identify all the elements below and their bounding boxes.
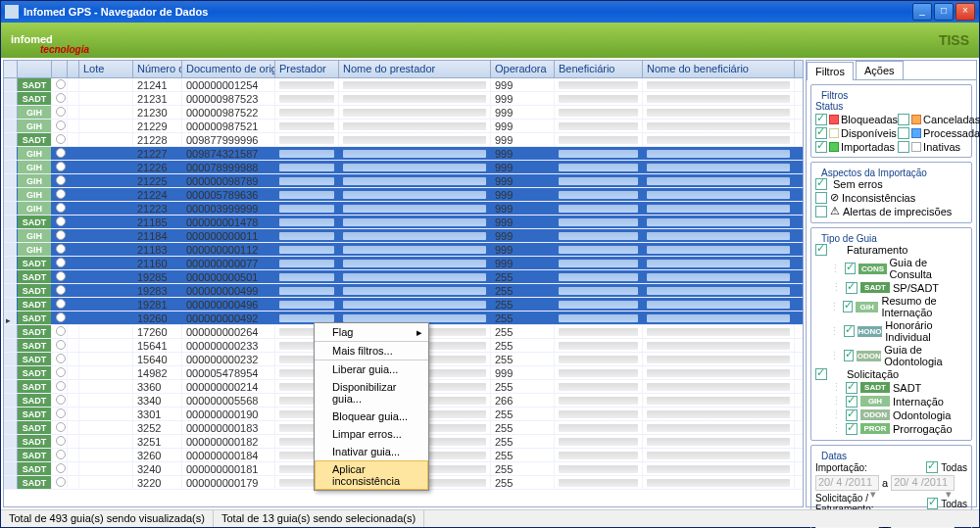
checkbox[interactable] [815,368,827,380]
table-row[interactable]: GIH21227009874321587999 [4,147,803,161]
checkbox[interactable] [843,301,853,312]
date-imp-to[interactable]: 20/ 4 /2011▾ [891,475,955,491]
flag-icon [56,285,66,295]
row-tag: SADT [18,462,52,475]
tipo-tag: GIH [856,302,879,312]
row-tag: GIH [18,202,52,215]
checkbox[interactable] [815,178,827,190]
table-row[interactable]: GIH21229000000987521999 [4,120,803,133]
table-row[interactable]: SADT19281000000000496255 [4,298,803,312]
date-imp-from[interactable]: 20/ 4 /2011▾ [815,475,879,491]
status-icon [829,115,839,124]
checkbox[interactable] [815,244,827,256]
grid-header[interactable]: Lote Número da guia Documento de origem … [4,61,803,78]
aspect-icon: ⚠ [830,205,840,217]
maximize-button[interactable]: □ [934,3,954,21]
table-row[interactable]: GIH21183000000000112999 [4,243,803,257]
tipo-tag: HONO [858,326,883,337]
flag-icon [56,230,66,240]
status-icon [911,142,921,152]
minimize-button[interactable]: _ [912,3,932,21]
table-row[interactable]: GIH21230000000987522999 [4,106,803,120]
checkbox[interactable] [844,350,854,361]
flag-icon [56,258,66,267]
menu-item[interactable]: Disponibilizar guia... [315,378,428,408]
checkbox[interactable] [846,282,858,294]
row-tag: GIH [18,174,52,187]
menu-item[interactable]: Inativar guia... [315,443,428,460]
logo: infomed tecnologia [11,25,89,55]
checkbox[interactable] [898,127,909,139]
side-panel: Filtros Ações Filtros Status BloqueadasC… [806,60,977,507]
table-row[interactable]: GIH21223000003999999999 [4,202,803,216]
table-row[interactable]: SADT21231000000987523999 [4,92,803,106]
row-tag: SADT [18,408,52,420]
checkbox[interactable] [898,114,909,125]
flag-icon [56,134,66,144]
checkbox[interactable] [845,263,856,274]
table-row[interactable]: SADT21241000000001254999 [4,78,803,92]
close-button[interactable]: × [956,3,975,21]
checkbox[interactable] [898,141,909,153]
checkbox[interactable] [846,396,858,408]
checkbox[interactable] [815,141,827,153]
flag-icon [56,162,66,171]
table-row[interactable]: GIH21184000000000011999 [4,229,803,243]
aspect-icon: ⊘ [830,191,839,204]
table-row[interactable]: GIH21225000000098789999 [4,174,803,188]
row-tag: SADT [18,92,52,105]
row-tag: SADT [18,298,52,311]
table-row[interactable]: SADT21228009877999996999 [4,133,803,147]
checkbox[interactable] [815,206,827,217]
tab-acoes[interactable]: Ações [856,61,904,79]
menu-item[interactable]: Aplicar inconsistência [315,460,428,490]
row-tag: SADT [18,394,52,407]
status-icon [911,115,921,124]
flag-icon [56,244,66,254]
tipo-tag: SADT [860,382,890,393]
checkbox-todas-sol[interactable] [927,498,939,509]
menu-item[interactable]: Mais filtros... [315,342,428,360]
flag-icon [56,450,66,459]
tipo-tag: SADT [860,282,890,293]
checkbox-todas-imp[interactable] [926,461,938,473]
flag-icon [56,395,66,405]
checkbox[interactable] [846,409,858,421]
checkbox[interactable] [815,114,827,125]
row-tag: SADT [18,284,52,297]
row-tag: GIH [18,147,52,160]
menu-item[interactable]: Liberar guia... [315,360,428,378]
table-row[interactable]: SADT21160000000000077999 [4,257,803,270]
tab-filtros[interactable]: Filtros [807,62,854,80]
row-tag: GIH [18,120,52,132]
table-row[interactable]: GIH21226000078999988999 [4,161,803,174]
flag-icon [56,340,66,350]
tipo-tag: GIH [860,396,890,407]
checkbox[interactable] [844,325,855,337]
menu-item[interactable]: Bloquear guia... [315,408,428,425]
checkbox[interactable] [846,382,858,394]
table-row[interactable]: SADT21185000000001478999 [4,216,803,229]
context-menu[interactable]: Flag▸Mais filtros...Liberar guia...Dispo… [314,322,429,491]
flag-icon [56,93,66,103]
menu-item[interactable]: Limpar erros... [315,425,428,443]
row-tag: GIH [18,161,52,173]
row-tag: SADT [18,270,52,283]
window-title: Infomed GPS - Navegador de Dados [24,6,912,18]
menu-item[interactable]: Flag▸ [315,323,428,342]
row-tag: SADT [18,312,52,324]
statusbar: Total de 493 guia(s) sendo visualizada(s… [1,509,979,527]
tipo-tag: PROR [860,423,890,434]
tipo-tag: ODON [860,409,890,420]
row-tag: GIH [18,188,52,201]
table-row[interactable]: SADT19285000000000501255 [4,270,803,284]
checkbox[interactable] [846,423,858,435]
table-row[interactable]: SADT19283000000000499255 [4,284,803,298]
row-tag: SADT [18,380,52,393]
status-icon [829,128,839,138]
tiss-label: TISS [939,32,969,48]
checkbox[interactable] [815,127,827,139]
table-row[interactable]: GIH21224000005789636999 [4,188,803,202]
row-tag: SADT [18,476,52,489]
checkbox[interactable] [815,192,827,204]
